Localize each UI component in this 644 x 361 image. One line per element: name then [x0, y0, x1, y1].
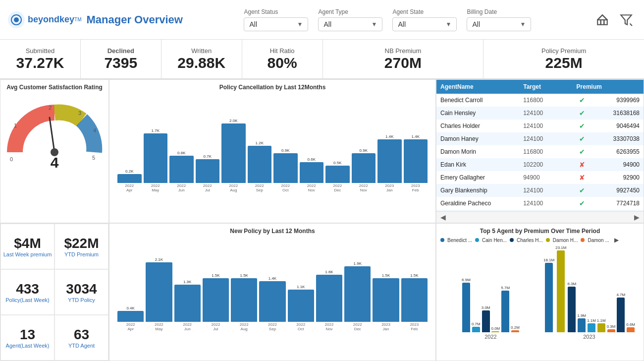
table-scroll-left[interactable]: ◀	[440, 213, 446, 221]
bar	[273, 153, 298, 183]
bar-x-label: 2022Apr	[125, 184, 134, 193]
filter-agent-type-select[interactable]: All ▼	[318, 17, 382, 31]
legend-dot-2	[475, 238, 479, 242]
kpi-declined: Declined 7395	[81, 40, 161, 78]
svg-marker-3	[621, 15, 632, 25]
metric-value: 433	[16, 281, 39, 297]
metric-ytd-policy: 3034 YTD Policy	[54, 269, 108, 315]
agent-premium: 7724718	[606, 197, 644, 210]
bar-x-label: 2022May	[151, 184, 160, 193]
main-grid: Avg Customer Satisfaction Rating 0 1 2 3…	[0, 79, 644, 361]
metric-ytd-premium: $22M YTD Premium	[54, 224, 108, 269]
svg-text:5: 5	[92, 155, 95, 161]
kpi-submitted: Submitted 37.27K	[0, 40, 81, 78]
bar	[248, 146, 272, 183]
bar	[169, 156, 194, 183]
logo-text: beyondkey	[28, 14, 74, 25]
bar-value-label: 0.5K	[333, 161, 341, 165]
logo-area: beyondkey TM Manager Overview	[8, 11, 183, 28]
filter-agent-state-select[interactable]: All ▼	[392, 17, 457, 31]
bar-x-label: 2022Nov	[307, 184, 316, 193]
bar-group: 1.4K 2023Feb	[404, 134, 428, 193]
bar-group: 1.5K 2023Jan	[373, 273, 399, 332]
bar-value-label: 2.0K	[229, 119, 237, 123]
agent-premium: 31638168	[606, 107, 644, 120]
table-scroll[interactable]: AgentName Target Premium Benedict Carrol…	[436, 80, 644, 211]
legend-label-2: Cain Hen...	[482, 238, 507, 243]
agent-premium: 92900	[606, 171, 644, 184]
bar-2023-extra: 0.6M	[626, 322, 635, 332]
agent-table-panel: AgentName Target Premium Benedict Carrol…	[436, 79, 644, 223]
metric-lastweek-premium: $4M Last Week premium	[0, 224, 54, 269]
table-scroll-right[interactable]: ▶	[634, 213, 640, 221]
bar-2022-benedict: 6.9M	[462, 278, 471, 332]
metrics-panel: $4M Last Week premium $22M YTD Premium 4…	[0, 223, 109, 361]
metric-label: Policy(Last Week)	[5, 297, 49, 303]
gauge-chart: 0 1 2 3 4 5 4	[5, 93, 104, 172]
agent-target: 124100	[519, 197, 558, 210]
kpi-hitratio: Hit Ratio 80%	[242, 40, 323, 78]
bar-group: 1.7K 2022May	[144, 128, 168, 193]
cancellation-chart: 0.2K 2022Apr 1.7K 2022May 0.8K 2022Jun 0…	[113, 94, 431, 193]
agent-status: ✘	[559, 158, 606, 171]
cancellation-title: Policy Cancellation by Last 12Months	[113, 84, 431, 91]
agent-status: ✔	[559, 184, 606, 197]
agent-name: Damon Haney	[436, 132, 519, 145]
filter-agent-type: Agent Type All ▼	[318, 8, 382, 31]
metric-value: $4M	[14, 236, 41, 251]
chevron-down-icon-4: ▼	[520, 21, 526, 28]
year-label-2023: 2023	[583, 334, 595, 340]
bar-value-label: 0.2K	[125, 169, 133, 174]
filter-clear-icon-button[interactable]	[616, 10, 636, 30]
bar-value-label: 0.9K	[281, 148, 289, 153]
filter-agent-type-label: Agent Type	[318, 8, 348, 15]
app-title: Manager Overview	[87, 13, 183, 26]
chevron-down-icon-3: ▼	[446, 21, 452, 28]
agent-table: AgentName Target Premium Benedict Carrol…	[436, 80, 644, 211]
bar-group: 1.4K 2022Sep	[259, 276, 285, 332]
agent-name: Geraldine Pacheco	[436, 197, 519, 210]
filter-billing-date-select[interactable]: All ▼	[467, 17, 531, 31]
agent-target: 124100	[519, 120, 558, 132]
filter-agent-status: Agent Status All ▼	[244, 8, 308, 31]
filter-agent-state: Agent State All ▼	[392, 8, 457, 31]
bar-value-label: 0.6K	[308, 157, 316, 162]
metric-value: 63	[74, 327, 89, 343]
bar-value-label: 1.7K	[152, 128, 160, 133]
kpi-declined-label: Declined	[107, 47, 134, 55]
agent-target: 102200	[519, 158, 558, 171]
bar-2023-benedict: 18.1M	[543, 258, 554, 332]
legend-nav[interactable]: ▶	[614, 237, 619, 243]
kpi-nbpremium-value: 270M	[384, 55, 422, 71]
bar-group: 1.9K 2022Dec	[344, 261, 371, 332]
agent-target: 124100	[519, 132, 558, 145]
gauge-panel: Avg Customer Satisfaction Rating 0 1 2 3…	[0, 79, 109, 223]
bar-x-label: 2022Sep	[255, 184, 264, 193]
agent-name: Emery Gallagher	[436, 171, 519, 184]
bar-2023-cain: 1.1M	[587, 318, 596, 332]
kpi-hitratio-label: Hit Ratio	[270, 47, 295, 55]
col-agent-name: AgentName	[436, 80, 519, 94]
agent-name: Benedict Carroll	[436, 94, 519, 107]
filter-agent-status-select[interactable]: All ▼	[244, 17, 308, 31]
bar	[117, 174, 142, 183]
bar-value-label: 0.9K	[360, 148, 368, 153]
bar	[221, 123, 246, 183]
col-scroll	[606, 80, 644, 94]
bar-2023-damonm: 0.3M	[607, 324, 616, 332]
home-icon-button[interactable]	[592, 10, 612, 30]
header: beyondkey TM Manager Overview Agent Stat…	[0, 0, 644, 40]
metric-value: $22M	[64, 236, 99, 251]
bar-2022-charles: 3.0M	[482, 305, 490, 332]
agent-premium: 9046494	[606, 120, 644, 132]
bar-group: 0.9K 2022Oct	[273, 148, 298, 193]
legend-label-1: Benedict ...	[447, 238, 472, 243]
agent-name: Damon Morin	[436, 145, 519, 158]
kpi-nbpremium-label: NB Premium	[385, 47, 422, 55]
bar-group: 0.7K 2022Jul	[196, 154, 220, 193]
bar	[325, 166, 350, 183]
bar-x-label: 2022Dec	[333, 184, 342, 193]
bar-group: 1.1K 2022Oct	[288, 285, 314, 332]
agent-target: 124100	[519, 107, 558, 120]
bar-value-label: 0.7K	[204, 154, 212, 159]
